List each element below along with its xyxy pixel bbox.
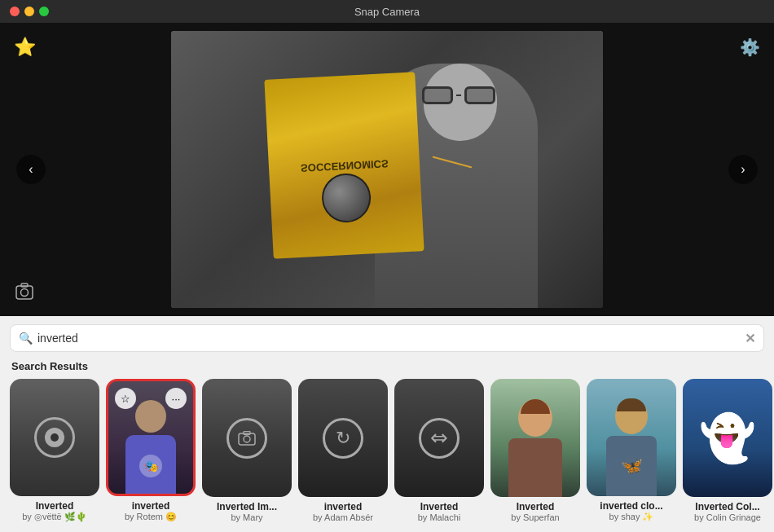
lens-thumb-6[interactable]: 🦋 — [587, 379, 676, 496]
lens-card-3[interactable]: ↻ inverted by Adam Absér — [298, 379, 388, 522]
search-area: 🔍 ✕ Search Results Inverted by ◎vëttë 🌿🌵 — [0, 316, 774, 532]
lens-name-7: Inverted Col... — [695, 501, 759, 512]
lens-name-3: inverted — [324, 501, 363, 512]
lens-name-5: Inverted — [517, 501, 555, 512]
maximize-button[interactable] — [39, 7, 49, 16]
lens-author-7: by Colin Grinage — [694, 512, 761, 522]
lens-card-4[interactable]: ⇔ Inverted by Malachi — [394, 379, 484, 522]
lens-name-4: Inverted — [420, 501, 459, 512]
lens-thumb-3[interactable]: ↻ — [298, 379, 388, 497]
lens-name-1: inverted — [132, 500, 170, 512]
traffic-lights — [10, 7, 49, 16]
lens-card-1[interactable]: 🎭 ☆ ··· inverted by Rotem 😊 — [106, 379, 196, 522]
settings-button[interactable]: ⚙️ — [737, 34, 763, 60]
lens-card-2[interactable]: Inverted Im... by Mary — [202, 379, 292, 522]
lens-author-5: by Superfan — [511, 512, 559, 522]
lens-author-4: by Malachi — [418, 512, 461, 522]
lens-thumb-2[interactable] — [202, 379, 292, 497]
search-icon: 🔍 — [19, 332, 33, 345]
window-title: Snap Camera — [354, 6, 420, 18]
card-star-1[interactable]: ☆ — [115, 388, 136, 409]
favorites-button[interactable]: ⭐ — [11, 34, 37, 60]
lens-card-5[interactable]: Inverted by Superfan — [490, 379, 580, 522]
results-grid: Inverted by ◎vëttë 🌿🌵 🎭 ☆ ··· inverted b… — [0, 379, 774, 532]
capture-button[interactable] — [11, 279, 37, 305]
svg-rect-0 — [16, 286, 33, 299]
search-clear-button[interactable]: ✕ — [745, 331, 755, 346]
lens-name-2: Inverted Im... — [217, 501, 277, 512]
card-more-1[interactable]: ··· — [165, 388, 187, 409]
lens-author-2: by Mary — [231, 512, 262, 522]
lens-author-6: by shay ✨ — [609, 512, 654, 522]
lens-author-1: by Rotem 😊 — [125, 512, 177, 522]
svg-point-1 — [21, 289, 29, 297]
titlebar: Snap Camera — [0, 0, 774, 23]
camera-area: ⭐ ⚙️ ‹ SOCC — [0, 23, 774, 316]
search-input[interactable] — [37, 332, 745, 345]
results-section-label: Search Results — [0, 357, 774, 379]
camera-image: SOCCERNOMICS — [171, 31, 603, 308]
search-bar-wrap: 🔍 ✕ — [0, 316, 774, 357]
next-lens-button[interactable]: › — [728, 155, 758, 184]
lens-thumb-4[interactable]: ⇔ — [394, 379, 484, 497]
close-button[interactable] — [10, 7, 20, 16]
lens-name-0: Inverted — [36, 500, 74, 512]
svg-rect-2 — [21, 284, 28, 287]
lens-author-0: by ◎vëttë 🌿🌵 — [22, 512, 87, 522]
minimize-button[interactable] — [24, 7, 34, 16]
lens-name-6: inverted clo... — [600, 500, 662, 512]
camera-preview: SOCCERNOMICS — [171, 31, 603, 308]
lens-card-0[interactable]: Inverted by ◎vëttë 🌿🌵 — [10, 379, 99, 522]
lens-thumb-5[interactable] — [490, 379, 580, 497]
card-top-icons-1: ☆ ··· — [108, 388, 193, 409]
lens-card-7[interactable]: 👻 Inverted Col... by Colin Grinage — [683, 379, 772, 522]
lens-author-3: by Adam Absér — [313, 512, 373, 522]
lens-thumb-7[interactable]: 👻 — [683, 379, 772, 497]
search-bar: 🔍 ✕ — [10, 324, 764, 352]
lens-card-6[interactable]: 🦋 inverted clo... by shay ✨ — [587, 379, 676, 522]
prev-lens-button[interactable]: ‹ — [16, 155, 46, 184]
lens-thumb-1[interactable]: 🎭 ☆ ··· — [106, 379, 196, 496]
svg-point-4 — [244, 436, 250, 442]
lens-thumb-0[interactable] — [10, 379, 99, 496]
